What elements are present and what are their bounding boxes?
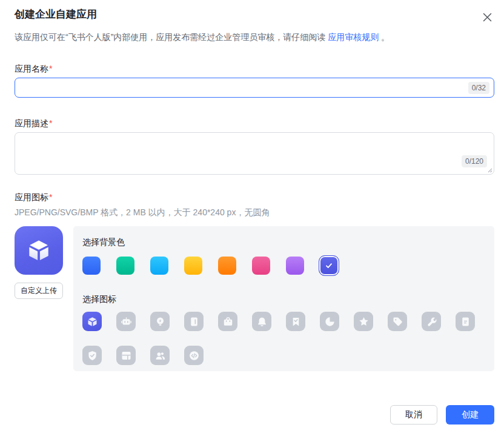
- icon-option-bookmark-icon[interactable]: [286, 312, 305, 331]
- dialog-header: 创建企业自建应用: [15, 8, 494, 24]
- layout-icon: [120, 349, 133, 362]
- app-description-counter: 0/120: [462, 155, 487, 167]
- icon-option-wrench-icon[interactable]: [422, 312, 441, 331]
- bg-color-title: 选择背景色: [82, 237, 485, 247]
- people-icon: [154, 349, 167, 362]
- icon-option-cube-icon[interactable]: [82, 312, 102, 331]
- icon-option-document-icon[interactable]: [456, 312, 475, 331]
- icon-option-people-icon[interactable]: [150, 346, 170, 365]
- document-icon: [459, 315, 472, 328]
- app-name-input[interactable]: [15, 78, 494, 98]
- code-icon: [188, 349, 201, 362]
- icon-option-briefcase-icon[interactable]: [218, 312, 237, 331]
- required-asterisk: *: [49, 118, 52, 128]
- create-button[interactable]: 创建: [446, 405, 494, 425]
- dialog-title: 创建企业自建应用: [15, 8, 97, 21]
- icon-option-bell-icon[interactable]: [252, 312, 271, 331]
- app-name-label: 应用名称*: [15, 62, 494, 75]
- app-icon-label: 应用图标*: [15, 191, 494, 203]
- wrench-icon: [425, 315, 438, 328]
- icon-option-star-icon[interactable]: [354, 312, 373, 331]
- icon-option-pie-icon[interactable]: [320, 312, 339, 331]
- color-swatch-orange[interactable]: [218, 257, 236, 275]
- pie-icon: [323, 315, 336, 328]
- app-description-label-text: 应用描述: [15, 118, 48, 128]
- resize-handle-icon[interactable]: [487, 167, 492, 173]
- star-icon: [357, 315, 370, 328]
- icon-option-book-icon[interactable]: [184, 312, 204, 331]
- app-name-field: 0/32: [15, 78, 494, 98]
- tag-icon: [391, 315, 404, 328]
- dialog-subtitle: 该应用仅可在“飞书个人版”内部使用，应用发布需经过企业管理员审核，请仔细阅读 应…: [15, 31, 494, 43]
- required-asterisk: *: [49, 192, 52, 202]
- app-description-textarea[interactable]: [15, 132, 494, 175]
- cancel-button[interactable]: 取消: [390, 405, 437, 425]
- app-icon-label-text: 应用图标: [15, 192, 48, 202]
- shield-icon: [86, 349, 99, 362]
- icon-option-bulb-icon[interactable]: [150, 312, 170, 331]
- icon-preview-column: 自定义上传: [15, 226, 63, 371]
- icon-grid: [82, 312, 485, 365]
- briefcase-icon: [222, 315, 234, 328]
- check-icon: [324, 261, 334, 270]
- cube-icon: [25, 237, 53, 264]
- robot-icon: [120, 315, 133, 328]
- app-name-label-text: 应用名称: [15, 64, 48, 73]
- icon-config-row: 自定义上传 选择背景色 选择图标: [15, 226, 494, 371]
- icon-settings-panel: 选择背景色 选择图标: [73, 226, 494, 371]
- color-swatch-sky[interactable]: [150, 257, 168, 275]
- required-asterisk: *: [49, 64, 52, 73]
- bulb-icon: [154, 315, 167, 328]
- color-swatch-violet[interactable]: [286, 257, 304, 275]
- icon-picker-title: 选择图标: [82, 294, 485, 304]
- icon-option-code-icon[interactable]: [184, 346, 204, 365]
- app-description-field: 0/120: [15, 132, 494, 175]
- color-swatch-teal[interactable]: [116, 257, 134, 275]
- bookmark-icon: [290, 315, 302, 328]
- app-review-rules-link[interactable]: 应用审核规则: [328, 32, 379, 42]
- color-swatch-amber[interactable]: [184, 257, 202, 275]
- icon-option-tag-icon[interactable]: [388, 312, 407, 331]
- app-description-label: 应用描述*: [15, 117, 494, 129]
- app-icon-preview: [15, 226, 63, 275]
- close-icon: [482, 12, 492, 22]
- dialog-footer: 取消 创建: [15, 405, 494, 425]
- cube-icon: [86, 315, 99, 328]
- color-swatch-row: [82, 255, 485, 276]
- app-name-counter: 0/32: [468, 82, 489, 94]
- close-button[interactable]: [480, 10, 494, 24]
- subtitle-suffix: 。: [381, 32, 390, 42]
- color-swatch-rose[interactable]: [252, 257, 270, 275]
- book-icon: [188, 315, 201, 328]
- create-app-dialog: 创建企业自建应用 该应用仅可在“飞书个人版”内部使用，应用发布需经过企业管理员审…: [0, 0, 504, 433]
- icon-option-layout-icon[interactable]: [116, 346, 136, 365]
- app-icon-hint: JPEG/PNG/SVG/BMP 格式，2 MB 以内，大于 240*240 p…: [15, 206, 494, 218]
- color-swatch-indigo[interactable]: [319, 255, 339, 276]
- icon-option-shield-icon[interactable]: [82, 346, 102, 365]
- bell-icon: [256, 315, 268, 328]
- icon-option-robot-icon[interactable]: [116, 312, 136, 331]
- custom-upload-button[interactable]: 自定义上传: [15, 283, 63, 299]
- subtitle-text: 该应用仅可在“飞书个人版”内部使用，应用发布需经过企业管理员审核，请仔细阅读: [15, 32, 325, 42]
- color-swatch-blue[interactable]: [82, 257, 101, 275]
